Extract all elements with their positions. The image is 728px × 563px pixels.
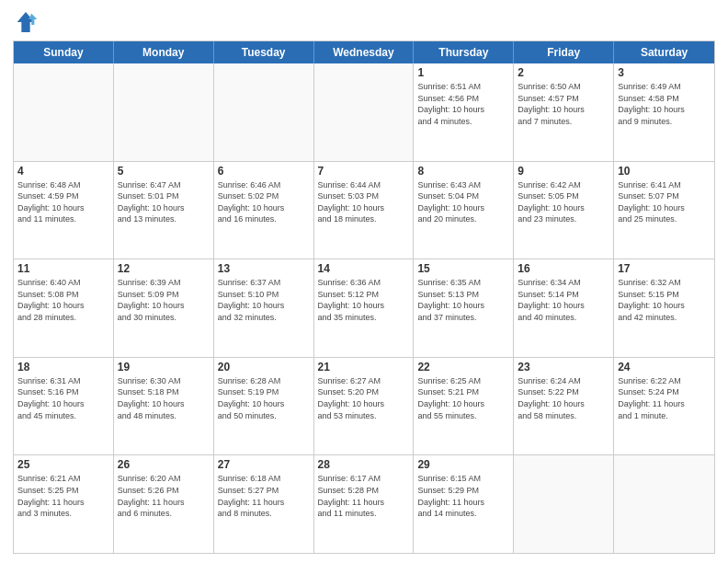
day-number: 29 bbox=[417, 458, 509, 471]
calendar-cell: 13Sunrise: 6:37 AM Sunset: 5:10 PM Dayli… bbox=[214, 259, 314, 357]
cal-header-monday: Monday bbox=[114, 41, 214, 63]
day-number: 22 bbox=[417, 361, 509, 373]
calendar-cell: 3Sunrise: 6:49 AM Sunset: 4:58 PM Daylig… bbox=[614, 63, 714, 161]
calendar-cell: 5Sunrise: 6:47 AM Sunset: 5:01 PM Daylig… bbox=[114, 162, 214, 259]
day-number: 12 bbox=[118, 262, 210, 275]
calendar-cell bbox=[14, 63, 114, 161]
day-info: Sunrise: 6:18 AM Sunset: 5:27 PM Dayligh… bbox=[218, 473, 310, 519]
day-number: 1 bbox=[417, 66, 509, 79]
day-info: Sunrise: 6:43 AM Sunset: 5:04 PM Dayligh… bbox=[417, 179, 509, 225]
day-info: Sunrise: 6:39 AM Sunset: 5:09 PM Dayligh… bbox=[118, 277, 210, 323]
day-number: 13 bbox=[218, 262, 310, 275]
day-number: 7 bbox=[318, 165, 410, 178]
day-info: Sunrise: 6:24 AM Sunset: 5:22 PM Dayligh… bbox=[518, 375, 609, 421]
header bbox=[13, 9, 715, 35]
calendar-cell: 21Sunrise: 6:27 AM Sunset: 5:20 PM Dayli… bbox=[314, 358, 415, 455]
calendar-cell: 25Sunrise: 6:21 AM Sunset: 5:25 PM Dayli… bbox=[14, 455, 114, 553]
day-info: Sunrise: 6:15 AM Sunset: 5:29 PM Dayligh… bbox=[417, 473, 509, 519]
day-number: 17 bbox=[618, 262, 711, 275]
day-info: Sunrise: 6:48 AM Sunset: 4:59 PM Dayligh… bbox=[17, 179, 109, 225]
day-number: 15 bbox=[417, 262, 509, 275]
logo bbox=[13, 9, 42, 35]
calendar-week-4: 18Sunrise: 6:31 AM Sunset: 5:16 PM Dayli… bbox=[14, 358, 714, 456]
calendar-cell: 20Sunrise: 6:28 AM Sunset: 5:19 PM Dayli… bbox=[214, 358, 314, 455]
day-info: Sunrise: 6:44 AM Sunset: 5:03 PM Dayligh… bbox=[318, 179, 410, 225]
calendar-cell: 23Sunrise: 6:24 AM Sunset: 5:22 PM Dayli… bbox=[514, 358, 614, 455]
calendar-header-row: SundayMondayTuesdayWednesdayThursdayFrid… bbox=[14, 41, 714, 63]
calendar-week-1: 1Sunrise: 6:51 AM Sunset: 4:56 PM Daylig… bbox=[14, 63, 714, 162]
calendar-cell: 29Sunrise: 6:15 AM Sunset: 5:29 PM Dayli… bbox=[414, 455, 514, 553]
calendar-cell: 7Sunrise: 6:44 AM Sunset: 5:03 PM Daylig… bbox=[314, 162, 415, 259]
day-number: 8 bbox=[417, 165, 509, 178]
cal-header-thursday: Thursday bbox=[414, 41, 514, 63]
calendar-cell bbox=[114, 63, 214, 161]
calendar-cell bbox=[614, 455, 714, 553]
day-info: Sunrise: 6:50 AM Sunset: 4:57 PM Dayligh… bbox=[518, 81, 609, 127]
page: SundayMondayTuesdayWednesdayThursdayFrid… bbox=[0, 0, 728, 563]
cal-header-friday: Friday bbox=[514, 41, 614, 63]
day-number: 3 bbox=[618, 66, 711, 79]
calendar-cell: 15Sunrise: 6:35 AM Sunset: 5:13 PM Dayli… bbox=[414, 259, 514, 357]
day-number: 19 bbox=[118, 361, 210, 373]
calendar-cell: 24Sunrise: 6:22 AM Sunset: 5:24 PM Dayli… bbox=[614, 358, 714, 455]
cal-header-sunday: Sunday bbox=[14, 41, 114, 63]
calendar-cell: 19Sunrise: 6:30 AM Sunset: 5:18 PM Dayli… bbox=[114, 358, 214, 455]
day-number: 11 bbox=[17, 262, 109, 275]
day-number: 21 bbox=[318, 361, 410, 373]
day-number: 23 bbox=[518, 361, 609, 373]
day-info: Sunrise: 6:42 AM Sunset: 5:05 PM Dayligh… bbox=[518, 179, 609, 225]
calendar-cell: 8Sunrise: 6:43 AM Sunset: 5:04 PM Daylig… bbox=[414, 162, 514, 259]
day-info: Sunrise: 6:36 AM Sunset: 5:12 PM Dayligh… bbox=[318, 277, 410, 323]
calendar-week-3: 11Sunrise: 6:40 AM Sunset: 5:08 PM Dayli… bbox=[14, 259, 714, 358]
calendar-cell: 26Sunrise: 6:20 AM Sunset: 5:26 PM Dayli… bbox=[114, 455, 214, 553]
calendar-cell bbox=[514, 455, 614, 553]
day-number: 20 bbox=[218, 361, 310, 373]
day-number: 4 bbox=[17, 165, 109, 178]
calendar-cell bbox=[214, 63, 314, 161]
calendar-cell: 17Sunrise: 6:32 AM Sunset: 5:15 PM Dayli… bbox=[614, 259, 714, 357]
day-info: Sunrise: 6:31 AM Sunset: 5:16 PM Dayligh… bbox=[17, 375, 109, 421]
day-number: 25 bbox=[17, 458, 109, 471]
day-number: 10 bbox=[618, 165, 711, 178]
day-info: Sunrise: 6:30 AM Sunset: 5:18 PM Dayligh… bbox=[118, 375, 210, 421]
day-number: 2 bbox=[518, 66, 609, 79]
calendar-cell: 28Sunrise: 6:17 AM Sunset: 5:28 PM Dayli… bbox=[314, 455, 415, 553]
day-number: 6 bbox=[218, 165, 310, 178]
calendar-cell: 12Sunrise: 6:39 AM Sunset: 5:09 PM Dayli… bbox=[114, 259, 214, 357]
calendar-body: 1Sunrise: 6:51 AM Sunset: 4:56 PM Daylig… bbox=[14, 63, 714, 553]
day-info: Sunrise: 6:17 AM Sunset: 5:28 PM Dayligh… bbox=[318, 473, 410, 519]
day-number: 5 bbox=[118, 165, 210, 178]
calendar-cell: 2Sunrise: 6:50 AM Sunset: 4:57 PM Daylig… bbox=[514, 63, 614, 161]
calendar-cell: 9Sunrise: 6:42 AM Sunset: 5:05 PM Daylig… bbox=[514, 162, 614, 259]
calendar-cell: 4Sunrise: 6:48 AM Sunset: 4:59 PM Daylig… bbox=[14, 162, 114, 259]
cal-header-saturday: Saturday bbox=[614, 41, 714, 63]
day-info: Sunrise: 6:22 AM Sunset: 5:24 PM Dayligh… bbox=[618, 375, 711, 421]
calendar: SundayMondayTuesdayWednesdayThursdayFrid… bbox=[13, 40, 715, 554]
day-info: Sunrise: 6:34 AM Sunset: 5:14 PM Dayligh… bbox=[518, 277, 609, 323]
calendar-cell: 16Sunrise: 6:34 AM Sunset: 5:14 PM Dayli… bbox=[514, 259, 614, 357]
day-number: 9 bbox=[518, 165, 609, 178]
day-info: Sunrise: 6:47 AM Sunset: 5:01 PM Dayligh… bbox=[118, 179, 210, 225]
day-number: 27 bbox=[218, 458, 310, 471]
day-number: 26 bbox=[118, 458, 210, 471]
day-number: 24 bbox=[618, 361, 711, 373]
day-info: Sunrise: 6:20 AM Sunset: 5:26 PM Dayligh… bbox=[118, 473, 210, 519]
day-info: Sunrise: 6:35 AM Sunset: 5:13 PM Dayligh… bbox=[417, 277, 509, 323]
day-info: Sunrise: 6:51 AM Sunset: 4:56 PM Dayligh… bbox=[417, 81, 509, 127]
cal-header-wednesday: Wednesday bbox=[314, 41, 415, 63]
day-number: 28 bbox=[318, 458, 410, 471]
calendar-week-2: 4Sunrise: 6:48 AM Sunset: 4:59 PM Daylig… bbox=[14, 162, 714, 260]
calendar-cell: 6Sunrise: 6:46 AM Sunset: 5:02 PM Daylig… bbox=[214, 162, 314, 259]
day-info: Sunrise: 6:40 AM Sunset: 5:08 PM Dayligh… bbox=[17, 277, 109, 323]
day-info: Sunrise: 6:27 AM Sunset: 5:20 PM Dayligh… bbox=[318, 375, 410, 421]
calendar-cell: 27Sunrise: 6:18 AM Sunset: 5:27 PM Dayli… bbox=[214, 455, 314, 553]
day-info: Sunrise: 6:28 AM Sunset: 5:19 PM Dayligh… bbox=[218, 375, 310, 421]
calendar-cell: 18Sunrise: 6:31 AM Sunset: 5:16 PM Dayli… bbox=[14, 358, 114, 455]
day-number: 14 bbox=[318, 262, 410, 275]
calendar-cell: 14Sunrise: 6:36 AM Sunset: 5:12 PM Dayli… bbox=[314, 259, 415, 357]
day-number: 18 bbox=[17, 361, 109, 373]
day-info: Sunrise: 6:41 AM Sunset: 5:07 PM Dayligh… bbox=[618, 179, 711, 225]
calendar-cell: 10Sunrise: 6:41 AM Sunset: 5:07 PM Dayli… bbox=[614, 162, 714, 259]
day-number: 16 bbox=[518, 262, 609, 275]
calendar-cell bbox=[314, 63, 415, 161]
